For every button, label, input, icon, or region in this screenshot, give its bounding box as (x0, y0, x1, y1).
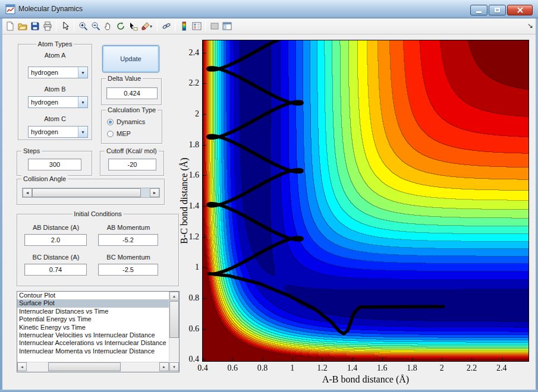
new-figure-button[interactable] (4, 20, 16, 33)
steps-panel: Steps (17, 151, 92, 176)
delta-value-panel: Delta Value (101, 78, 162, 105)
open-file-button[interactable] (16, 20, 29, 33)
atom-types-panel: Atom Types Atom A hydrogen ▼ Atom B hydr… (18, 44, 92, 140)
window-border-left (0, 18, 2, 390)
ab-momentum-label: AB Momentum (98, 224, 159, 231)
bc-momentum-label: BC Momentum (98, 254, 159, 261)
y-tick-label: 0.6 (178, 324, 199, 334)
collision-angle-panel: Collision Angle ◄ ► (17, 179, 165, 205)
delta-value-field[interactable] (106, 87, 158, 99)
minimize-button[interactable] (470, 5, 487, 15)
plot-type-listbox[interactable]: Contour PlotSurface PlotInternuclear Dis… (17, 291, 180, 372)
update-button[interactable]: Update (102, 45, 159, 72)
slider-thumb[interactable] (32, 188, 141, 197)
brush-icon (141, 21, 150, 31)
link-plot-button[interactable] (160, 20, 172, 33)
slider-right-arrow[interactable]: ► (150, 188, 159, 197)
scroll-right-arrow[interactable]: ► (159, 362, 169, 371)
rotate-3d-button[interactable] (114, 20, 127, 33)
list-item[interactable]: Internuclear Velocities vs Internuclear … (17, 331, 169, 339)
radio-icon (107, 131, 114, 137)
legend-icon (192, 21, 202, 31)
scroll-left-arrow[interactable]: ◄ (17, 362, 27, 371)
titlebar[interactable]: Molecular Dynamics (0, 0, 538, 18)
rotate-icon (116, 21, 125, 31)
zoom-in-button[interactable] (77, 20, 89, 33)
pan-button[interactable] (102, 20, 114, 33)
x-tick-label: 1.2 (307, 363, 337, 373)
update-button-label: Update (120, 55, 141, 62)
x-tick-label: 1.8 (397, 363, 427, 373)
show-plot-tools-button[interactable] (221, 20, 233, 33)
brush-dropdown-caret[interactable]: ▾ (150, 24, 155, 29)
atom-types-title: Atom Types (36, 40, 74, 48)
list-item[interactable]: Potential Energy vs Time (17, 315, 169, 323)
collision-angle-slider[interactable]: ◄ ► (22, 188, 160, 198)
list-item[interactable]: Internuclear Momenta vs Internuclear Dis… (17, 347, 169, 355)
x-tick-label: 0.6 (218, 363, 247, 373)
atom-b-dropdown[interactable]: hydrogen ▼ (28, 96, 88, 108)
ab-distance-label: AB Distance (A) (24, 224, 87, 231)
mep-radio-label: MEP (117, 130, 131, 137)
list-item[interactable]: Internuclear Distances vs Time (17, 308, 169, 315)
x-tick-label: 1.6 (367, 363, 397, 373)
dynamics-radio[interactable]: Dynamics (107, 118, 145, 126)
save-figure-button[interactable] (29, 20, 41, 33)
list-item[interactable]: Contour Plot (17, 292, 169, 299)
steps-field[interactable] (28, 159, 81, 170)
data-cursor-button[interactable] (127, 20, 139, 33)
bc-distance-field[interactable] (24, 264, 87, 276)
figure-toolbar: ▾ (0, 18, 538, 34)
hand-icon (103, 21, 113, 31)
close-icon (517, 7, 523, 13)
dock-figure-icon (222, 21, 232, 31)
atom-a-dropdown[interactable]: hydrogen ▼ (28, 67, 88, 78)
zoom-out-icon (91, 21, 100, 31)
hide-plot-tools-button[interactable] (208, 20, 221, 33)
list-item[interactable]: Surface Plot (17, 299, 169, 307)
potential-surface-plot[interactable] (202, 40, 529, 362)
maximize-button[interactable] (489, 5, 506, 15)
toolbar-overflow-icon[interactable]: ↘ (527, 21, 533, 30)
y-tick-label: 0.4 (178, 355, 199, 364)
atom-c-dropdown[interactable]: hydrogen ▼ (28, 126, 88, 138)
minimize-icon (476, 11, 482, 13)
bc-momentum-field[interactable] (98, 264, 158, 276)
ab-momentum-field[interactable] (98, 234, 158, 246)
y-tick-label: 2.2 (178, 78, 199, 88)
hide-tools-icon (210, 21, 219, 31)
data-cursor-icon (128, 21, 138, 31)
edit-plot-button[interactable] (59, 20, 71, 33)
horizontal-scrollbar[interactable]: ◄ ► (17, 362, 169, 372)
zoom-out-button[interactable] (89, 20, 102, 33)
print-figure-button[interactable] (41, 20, 54, 33)
atom-c-label: Atom C (18, 115, 92, 122)
insert-legend-button[interactable] (190, 20, 203, 33)
cutoff-title: Cutoff (Kcal/ mol) (105, 147, 159, 154)
dynamics-radio-label: Dynamics (117, 118, 145, 125)
save-icon (30, 21, 40, 31)
list-item[interactable]: Internuclear Accelerations vs Internucle… (17, 339, 169, 347)
list-item[interactable]: Kinetic Energy vs Time (17, 324, 169, 331)
y-tick-label: 0.8 (178, 293, 199, 303)
mep-radio[interactable]: MEP (107, 129, 131, 138)
slider-track[interactable] (32, 188, 150, 197)
ab-distance-field[interactable] (24, 234, 87, 246)
y-axis-label: B-C bond distance (Å) (179, 112, 190, 290)
open-folder-icon (18, 21, 27, 31)
new-document-icon (5, 21, 15, 31)
toolbar-separator (56, 21, 56, 31)
chevron-down-icon: ▼ (78, 127, 87, 137)
atom-a-value: hydrogen (29, 67, 78, 78)
cutoff-field[interactable] (108, 159, 156, 170)
x-tick-label: 0.4 (188, 363, 218, 373)
insert-colorbar-button[interactable] (178, 20, 190, 33)
radio-icon (107, 119, 114, 125)
printer-icon (43, 21, 52, 31)
slider-left-arrow[interactable]: ◄ (23, 188, 32, 197)
toolbar-separator (175, 21, 175, 31)
x-tick-label: 2.4 (487, 363, 517, 373)
close-button[interactable] (507, 5, 533, 15)
chevron-down-icon: ▼ (78, 97, 87, 108)
hscroll-thumb[interactable] (48, 362, 121, 371)
